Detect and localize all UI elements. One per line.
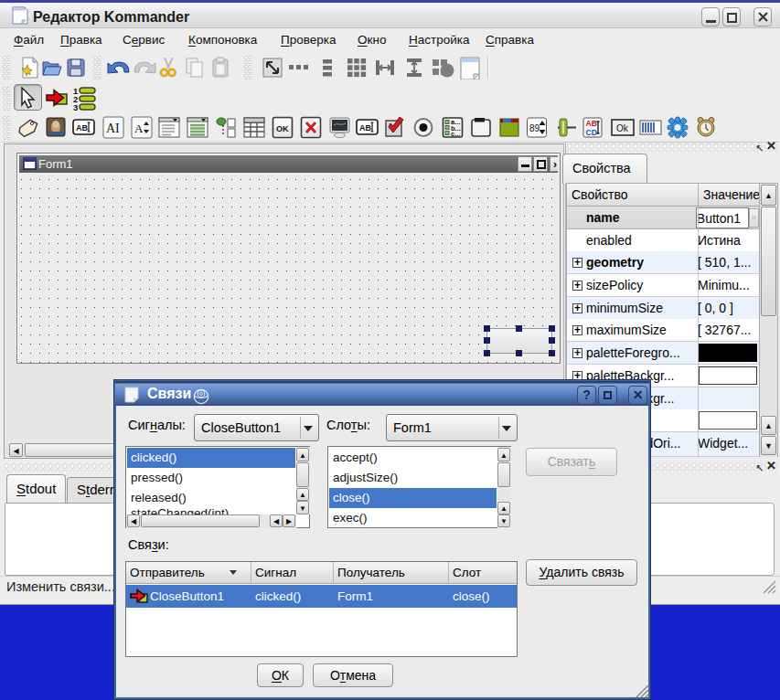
svg-text:Ok: Ok xyxy=(616,123,629,133)
svg-text:CD: CD xyxy=(586,128,597,137)
svg-text:89: 89 xyxy=(529,123,540,133)
svg-text:AI: AI xyxy=(106,122,120,135)
svg-text:A: A xyxy=(134,122,144,135)
svg-text:OK: OK xyxy=(276,124,289,133)
svg-text:AB: AB xyxy=(76,123,88,133)
svg-text:3: 3 xyxy=(73,102,78,111)
svg-text:AB: AB xyxy=(586,119,597,128)
svg-text:AB: AB xyxy=(359,123,371,133)
svg-text:c...: c... xyxy=(451,130,460,138)
